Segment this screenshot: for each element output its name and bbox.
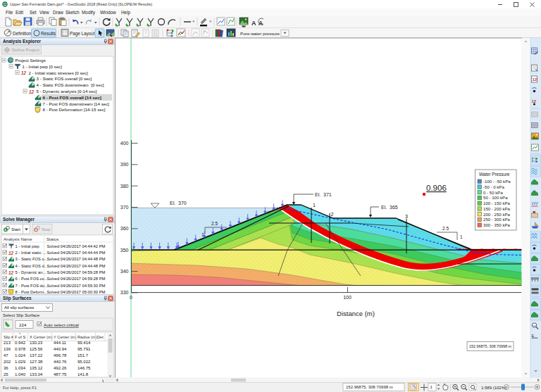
svg-text:5 - Dynamic an...: 5 - Dynamic an... — [15, 270, 46, 274]
svg-text:Solved 04/26/2017 04:44:48 PM: Solved 04/26/2017 04:44:48 PM — [47, 257, 106, 261]
svg-text:250 - 300 kPa: 250 - 300 kPa — [483, 217, 511, 222]
svg-text:Water Pressure: Water Pressure — [479, 172, 510, 177]
svg-text:2.5: 2.5 — [211, 221, 218, 226]
svg-text:146.75: 146.75 — [77, 366, 91, 370]
svg-text:152.96875, 308.70998 m: 152.96875, 308.70998 m — [346, 385, 393, 389]
svg-text:0.906: 0.906 — [426, 184, 447, 192]
svg-text:1: 1 — [460, 234, 463, 239]
svg-text:125.56: 125.56 — [30, 347, 43, 351]
svg-text:Solved 04/26/2017 04:59:30 PM: Solved 04/26/2017 04:59:30 PM — [47, 284, 106, 288]
svg-text:330: 330 — [120, 290, 129, 295]
svg-text:1: 1 — [313, 203, 316, 208]
svg-text:492.26: 492.26 — [54, 366, 67, 370]
svg-text:File: File — [6, 10, 13, 15]
svg-text:95.022: 95.022 — [77, 360, 91, 364]
svg-text:X Center (m): X Center (m) — [30, 335, 53, 339]
svg-text:370: 370 — [120, 205, 129, 210]
svg-text:Solved 04/26/2017 05:00:30 PM: Solved 04/26/2017 05:00:30 PM — [47, 290, 106, 294]
svg-text:133.04: 133.04 — [30, 372, 43, 377]
svg-text:95.791: 95.791 — [77, 347, 91, 351]
svg-text:12: 12 — [532, 99, 537, 103]
svg-text:Solved 04/26/2017 04:59:28 PM: Solved 04/26/2017 04:59:28 PM — [47, 270, 106, 274]
svg-text:Upper San Fernando Dam.gsz* -: Upper San Fernando Dam.gsz* - GeoStudio … — [10, 2, 152, 6]
svg-text:487.75: 487.75 — [54, 372, 67, 377]
svg-text:3 - Static FOS o...: 3 - Static FOS o... — [15, 257, 48, 261]
svg-text:136: 136 — [4, 347, 11, 351]
svg-text:Define Project: Define Project — [12, 47, 39, 52]
svg-text:1 - Initial pwp: 1 - Initial pwp — [15, 244, 39, 248]
svg-text:8 - Post Deform...: 8 - Post Deform... — [15, 290, 48, 294]
svg-text:-100 - -50 kPa: -100 - -50 kPa — [483, 179, 511, 184]
svg-text:All slip surfaces: All slip surfaces — [4, 305, 34, 310]
svg-text:Auto select critical: Auto select critical — [44, 322, 79, 327]
svg-text:0: 0 — [130, 295, 132, 300]
svg-text:3 - Static FOS overall [0 sec]: 3 - Static FOS overall [0 sec] — [37, 76, 92, 81]
svg-text:2.5: 2.5 — [442, 226, 449, 231]
svg-text:Solved 04/26/2017 04:44:48 PM: Solved 04/26/2017 04:44:48 PM — [47, 264, 106, 268]
svg-text:View: View — [39, 10, 49, 15]
svg-text:Definition: Definition — [13, 31, 32, 36]
svg-text:1 - Initial pwp [0 sec]: 1 - Initial pwp [0 sec] — [23, 64, 63, 69]
svg-text:151.7: 151.7 — [77, 353, 89, 358]
svg-text:0.978: 0.978 — [15, 347, 26, 351]
svg-text:99.414: 99.414 — [77, 341, 91, 345]
svg-text:152.96875, 308.70998 m: 152.96875, 308.70998 m — [469, 344, 511, 348]
svg-text:1.040: 1.040 — [15, 372, 26, 377]
svg-text:5 - Dynamic analysis [0-14 sec: 5 - Dynamic analysis [0-14 sec] — [37, 89, 97, 94]
svg-text:137.22: 137.22 — [30, 353, 43, 358]
svg-text:Start: Start — [11, 227, 20, 232]
svg-text:Modify: Modify — [82, 10, 96, 15]
svg-text:Radius (m): Radius (m) — [77, 335, 97, 339]
svg-text:Solve Manager: Solve Manager — [3, 217, 35, 222]
svg-text:Solved 04/26/2017 04:44:44 PM: Solved 04/26/2017 04:44:44 PM — [47, 251, 106, 255]
svg-text:141.8: 141.8 — [77, 372, 89, 377]
svg-text:Solved 04/26/2017 04:44:42 PM: Solved 04/26/2017 04:44:42 PM — [47, 244, 106, 248]
svg-text:496.78: 496.78 — [54, 353, 67, 358]
svg-text:Pore-water pressure: Pore-water pressure — [240, 31, 280, 36]
svg-text:0 - 50 kPa: 0 - 50 kPa — [483, 190, 503, 195]
svg-text:Project Settings: Project Settings — [15, 58, 46, 63]
svg-text:4 - Static FOS downstream [0: 4 - Static FOS downstream [0 sec] — [37, 82, 104, 87]
svg-text:Set: Set — [30, 10, 37, 15]
svg-text:340: 340 — [120, 269, 129, 274]
svg-text:Edit: Edit — [15, 10, 23, 15]
svg-text:3: 3 — [405, 214, 408, 219]
svg-text:12: 12 — [29, 89, 35, 94]
svg-text:Sketch: Sketch — [66, 10, 80, 15]
svg-text:4 - Static FOS d...: 4 - Static FOS d... — [15, 264, 48, 268]
svg-text:360: 360 — [120, 226, 129, 231]
svg-text:A: A — [259, 20, 263, 27]
svg-text:Analysis Name: Analysis Name — [4, 236, 32, 241]
svg-text:Det: Det — [97, 335, 104, 339]
svg-text:200 - 250 kPa: 200 - 250 kPa — [483, 212, 511, 217]
svg-text:2 - Initial static stresses [0: 2 - Initial static stresses [0 sec] — [29, 70, 89, 75]
svg-text:Draw: Draw — [53, 10, 63, 15]
svg-text:6 - Post FOS ov...: 6 - Post FOS ov... — [15, 277, 48, 281]
svg-text:12: 12 — [21, 70, 27, 75]
svg-text:Slip Surfaces: Slip Surfaces — [3, 296, 32, 301]
svg-text:440.94: 440.94 — [54, 347, 67, 351]
svg-text:-50 - 0 kPa: -50 - 0 kPa — [483, 184, 504, 189]
svg-text:Help: Help — [121, 10, 131, 15]
svg-text:390: 390 — [120, 162, 129, 167]
svg-text:8 - Post Deformation [14-15 se: 8 - Post Deformation [14-15 sec] — [43, 107, 106, 112]
svg-text:Select Slip Surface: Select Slip Surface — [3, 312, 40, 317]
svg-text:100 - 150 kPa: 100 - 150 kPa — [483, 201, 511, 206]
svg-text:Window: Window — [100, 10, 116, 15]
svg-text:150 - 200 kPa: 150 - 200 kPa — [483, 206, 511, 211]
svg-text:135.12: 135.12 — [30, 366, 43, 370]
svg-text:7 - Post FOS downstream [14 se: 7 - Post FOS downstream [14 sec] — [43, 101, 110, 106]
svg-text:300 - 350 kPa: 300 - 350 kPa — [483, 222, 511, 227]
svg-text:350: 350 — [120, 248, 129, 253]
svg-text:1:589 (102%): 1:589 (102%) — [481, 386, 506, 390]
svg-text:1.034: 1.034 — [15, 366, 26, 370]
svg-text:12: 12 — [533, 77, 537, 82]
svg-text:For Help, press F1: For Help, press F1 — [3, 386, 37, 390]
svg-text:6 - Post FOS overall [14 sec]: 6 - Post FOS overall [14 sec] — [43, 95, 101, 100]
svg-text:380: 380 — [120, 184, 129, 189]
svg-text:Solved 04/26/2017 04:59:28 PM: Solved 04/26/2017 04:59:28 PM — [47, 277, 106, 281]
svg-text:440.76: 440.76 — [54, 360, 67, 364]
svg-text:12: 12 — [8, 251, 14, 255]
svg-text:A: A — [251, 20, 256, 27]
svg-text:1.024: 1.024 — [15, 353, 26, 358]
